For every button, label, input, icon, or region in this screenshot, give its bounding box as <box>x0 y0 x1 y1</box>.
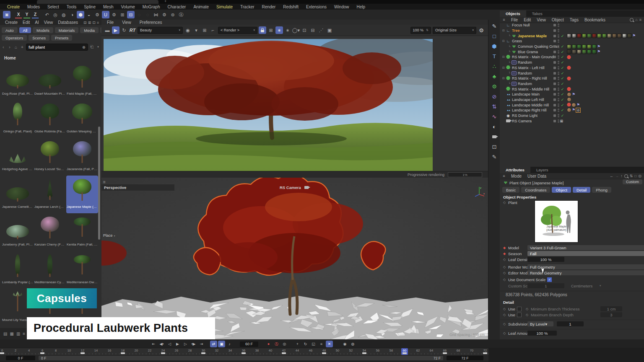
forward-icon[interactable]: → <box>615 174 619 178</box>
object-row-random[interactable]: └∷Random✓ <box>500 81 644 87</box>
flag-tag-icon[interactable]: ⚑ <box>632 34 636 38</box>
gear-icon[interactable]: ⚙ <box>478 26 485 34</box>
object-row-rs-matrix-main-ground[interactable]: ⊟RS Matrix - Main Ground✓ <box>500 54 644 60</box>
tab-layers[interactable]: Layers <box>530 167 554 173</box>
cube-mode-icon[interactable]: ⬢ <box>77 11 84 18</box>
visibility-toggles[interactable]: ✓ <box>553 71 565 75</box>
plant-item-japanese-larch-fall-pl-[interactable]: Japanese Larch (Fall, Pl... <box>34 176 66 213</box>
ab-view-icon-1[interactable]: ⊞ <box>88 21 91 25</box>
menu-volume[interactable]: Volume <box>117 5 138 9</box>
visibility-toggles[interactable]: ✓ <box>553 34 565 38</box>
visibility-toggles[interactable] <box>553 39 559 43</box>
search-input[interactable]: fall plant ⊗ <box>26 44 88 51</box>
loop-icon[interactable]: ⇄ <box>210 341 217 347</box>
obj-menu-object[interactable]: Object <box>549 18 567 22</box>
goto-end-icon[interactable]: ⇥ <box>198 341 205 347</box>
record-icon[interactable]: ● <box>265 341 272 347</box>
menu-mograph[interactable]: MoGraph <box>139 5 164 9</box>
tag-strip[interactable]: ⚑ <box>567 92 575 97</box>
ab-menu-view[interactable]: View <box>42 20 56 25</box>
document-tab[interactable] <box>37 0 158 4</box>
menu-select[interactable]: Select <box>44 5 63 9</box>
chevron-down-icon[interactable]: ▾ <box>96 45 101 49</box>
filter-icon[interactable]: ⇅ <box>630 174 633 178</box>
filter-tab-scenes[interactable]: Scenes <box>29 35 49 41</box>
attr-menu-mode[interactable]: Mode <box>508 174 525 178</box>
attr-tab-detail[interactable]: Detail <box>573 187 590 193</box>
model-dropdown[interactable]: Variant 3 Full-Grown <box>527 245 644 250</box>
menu-tools[interactable]: Tools <box>63 5 80 9</box>
edit-pencil-icon[interactable]: ✎ <box>490 152 499 161</box>
expand-icon[interactable]: └ <box>507 61 512 64</box>
render-slot-dropdown[interactable]: < Render >▾ <box>218 27 257 34</box>
expand-icon[interactable]: ⊟ <box>501 29 506 32</box>
plant-item-jacaranda-fall-plant-[interactable]: Jacaranda (Fall, Plant) <box>66 138 98 176</box>
lock-icon[interactable]: □ <box>634 174 636 178</box>
range-start-field[interactable]: 0 F <box>6 356 35 360</box>
flag-tag-icon[interactable]: ⚑ <box>576 103 580 107</box>
plant-item-ginkgo-fall-plant-[interactable]: Ginkgo (Fall, Plant) <box>2 100 34 138</box>
enabled-check-icon[interactable]: ✓ <box>560 55 565 59</box>
obj-menu-tags[interactable]: Tags <box>567 18 582 22</box>
axis-x-button[interactable]: X <box>15 11 22 18</box>
menu-spline[interactable]: Spline <box>80 5 99 9</box>
sphere-c-icon[interactable]: ◑ <box>68 11 76 18</box>
mirror-gear-icon[interactable]: ⚙ <box>161 11 168 18</box>
scatter-icon[interactable]: ∴ <box>490 62 499 71</box>
expand-icon[interactable]: ⊟ <box>501 39 506 43</box>
clapperboard-icon[interactable]: ▬ <box>104 26 111 34</box>
enabled-check-icon[interactable]: ✓ <box>560 103 565 107</box>
cluster-icon[interactable]: ♣ <box>490 72 499 81</box>
forward-icon[interactable]: › <box>7 45 12 49</box>
environment-icon[interactable]: ◐ <box>490 122 499 131</box>
pen-spline-icon[interactable]: ✎ <box>490 21 499 31</box>
record-param-icon[interactable]: ≡ <box>318 341 325 347</box>
tiles-icon[interactable]: ⊞ <box>267 26 275 34</box>
play-icon[interactable]: ▶ <box>174 341 181 347</box>
obj-menu-edit[interactable]: Edit <box>521 18 534 22</box>
menu-character[interactable]: Character <box>164 5 190 9</box>
menu-extensions[interactable]: Extensions <box>302 5 330 9</box>
package-icon[interactable]: ⎗ <box>89 44 94 49</box>
render-mode-dropdown[interactable]: Full Geometry <box>527 264 644 269</box>
snapshot2-icon[interactable]: ∗ <box>284 26 291 34</box>
grid-icon[interactable]: ⊞ <box>119 11 126 18</box>
axis-y-button[interactable]: Y <box>23 11 30 18</box>
use-document-scale-checkbox[interactable]: ✓ <box>547 277 552 282</box>
volume-icon[interactable]: ∿ <box>490 112 499 121</box>
attr-tab-basic[interactable]: Basic <box>502 187 519 193</box>
deformer-icon[interactable]: ⊘ <box>490 92 499 101</box>
record-position-icon[interactable]: + <box>294 341 301 347</box>
refresh-icon[interactable]: ↻ <box>120 26 128 34</box>
keyframe-marker[interactable] <box>121 352 125 354</box>
flag-tag-icon[interactable]: ⚑ <box>597 44 600 49</box>
home-icon[interactable]: ⌂ <box>13 45 18 49</box>
region-icon[interactable]: ⊡ <box>301 26 308 34</box>
visibility-toggles[interactable]: ✓ <box>553 87 565 91</box>
footer-icon-1[interactable]: ▦ <box>10 331 13 336</box>
use-max-branch-checkbox[interactable] <box>517 313 522 317</box>
spline-rect-icon[interactable]: □ <box>490 31 499 41</box>
hamburger-icon[interactable]: ≡ <box>500 172 508 180</box>
attr-menu-user-data[interactable]: User Data <box>525 174 549 178</box>
enabled-check-icon[interactable]: ✓ <box>560 82 565 86</box>
plant-item-mediterranean-cypres-[interactable]: Mediterranean Cypres... <box>34 251 66 289</box>
menu-redshift[interactable]: Redshift <box>279 5 302 9</box>
object-row-random[interactable]: └∷Random✓ <box>500 70 644 76</box>
enabled-check-icon[interactable]: ✓ <box>560 114 565 118</box>
tag-strip[interactable]: ⚑⊘ <box>567 108 581 113</box>
timeline-ruler[interactable]: 0246810121416182022242628303234363840424… <box>0 348 488 355</box>
camera-label[interactable]: RS Camera <box>280 185 309 190</box>
attr-tab-phong[interactable]: Phong <box>592 187 611 193</box>
enabled-check-icon[interactable]: ✓ <box>560 98 565 102</box>
place-tool-label[interactable]: Place▾ <box>103 233 115 238</box>
keyframe-marker[interactable] <box>0 352 4 354</box>
flag-tag-icon[interactable]: ⚑ <box>572 108 575 113</box>
plant-item-lombardy-poplar-fall-[interactable]: Lombardy Poplar (Fall... <box>2 251 34 289</box>
object-row-random[interactable]: └∷Random✓ <box>500 60 644 65</box>
crop-icon[interactable]: ⌐ <box>209 26 217 34</box>
plant-item-kanzan-cherry-fall-pl-[interactable]: Kanzan Cherry (Fall, Pl... <box>34 213 66 251</box>
tag-strip[interactable]: ⚑ <box>567 44 600 49</box>
circle-a-icon[interactable]: ◉ <box>341 341 348 347</box>
object-row-blue-grama[interactable]: └ΨBlue Grama✓⚑ <box>500 49 644 54</box>
